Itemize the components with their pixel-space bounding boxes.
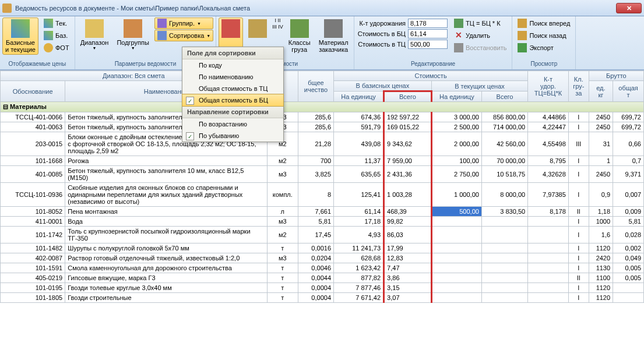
sort-by-code[interactable]: По коду xyxy=(182,59,283,71)
grid[interactable]: Диапазон: Вся смета бщее ичество Стоимос… xyxy=(0,70,644,346)
class-icon xyxy=(290,19,309,38)
subgroups-button[interactable]: Подгруппы▼ xyxy=(114,17,152,52)
sort-by-tc[interactable]: Общая стоимость в ТЦ xyxy=(182,83,283,94)
fot-button[interactable]: ФОТ xyxy=(41,42,72,54)
sb-input[interactable] xyxy=(408,29,448,38)
tax-button[interactable] xyxy=(245,17,270,48)
customer-material-button[interactable]: Материал заказчика xyxy=(316,17,351,55)
table-row[interactable]: 101-1482Шурупы с полукруглой головкой 5x… xyxy=(1,243,644,253)
check-icon: ✓ xyxy=(186,97,194,105)
subgroups-icon xyxy=(124,19,142,38)
sort-dropdown: Поле для сортировки По коду По наименова… xyxy=(182,47,284,142)
sort-asc[interactable]: По возрастанию xyxy=(182,118,283,130)
table-row[interactable]: 203-0015Блоки оконные с двойным остеклен… xyxy=(1,132,644,156)
flag-icon xyxy=(221,19,240,38)
search-icon xyxy=(518,31,527,40)
tek-button[interactable]: Тек. xyxy=(41,17,72,29)
class-button[interactable]: Классы груза xyxy=(286,17,314,55)
table-row[interactable]: 101-1742Толь с крупнозернистой посыпкой … xyxy=(1,227,644,243)
dropdown-header-field: Поле для сортировки xyxy=(182,47,283,59)
find-fwd-button[interactable]: Поиск вперед xyxy=(515,17,573,29)
delete-button[interactable]: ✕Удалить xyxy=(451,30,509,41)
delete-icon: ✕ xyxy=(454,31,463,40)
sort-by-name[interactable]: По наименованию xyxy=(182,71,283,83)
search-icon xyxy=(518,19,527,28)
restore-icon xyxy=(454,43,463,52)
table-row[interactable]: 101-0195Гвозди толевые круглые 3,0x40 мм… xyxy=(1,283,644,293)
table-row[interactable]: 411-0001Водам35,8117,1899,82I10005,81 xyxy=(1,217,644,227)
export-button[interactable]: Экспорт xyxy=(515,42,573,54)
check-icon: ✓ xyxy=(186,132,194,140)
window-title: Ведомость ресурсов в документе - Мои сме… xyxy=(15,5,250,12)
table-row[interactable]: 401-0085Бетон тяжелый, крупность заполни… xyxy=(1,166,644,183)
table-row[interactable]: 101-1668Рогожам270011,377 959,00100,0070… xyxy=(1,156,644,166)
sort-by-bc[interactable]: ✓Общая стоимость в БЦ xyxy=(182,94,284,107)
flag-button[interactable] xyxy=(219,17,243,48)
st-input[interactable] xyxy=(408,40,448,49)
sort-button[interactable]: Сортировка ▼ xyxy=(154,30,213,41)
sort-desc[interactable]: ✓По убыванию xyxy=(182,130,283,142)
group-button[interactable]: Группир. ▼ xyxy=(154,17,213,29)
k-input[interactable] xyxy=(408,19,448,28)
table-row[interactable]: 401-0063Бетон тяжелый, крупность заполни… xyxy=(1,122,644,132)
base-current-button[interactable]: Базисные и текущие xyxy=(2,17,38,55)
app-icon xyxy=(2,3,12,13)
material-icon xyxy=(324,19,343,38)
find-back-button[interactable]: Поиск назад xyxy=(515,30,573,41)
table-row[interactable]: ТССЦ-101-0936Скобяные изделия для оконны… xyxy=(1,183,644,207)
box-icon xyxy=(248,19,267,38)
restore-button[interactable]: Восстановить xyxy=(451,42,509,54)
export-icon xyxy=(518,43,527,52)
close-button[interactable]: ✕ xyxy=(616,3,642,13)
group-icon xyxy=(157,19,167,28)
coin-icon xyxy=(44,43,53,52)
table-row[interactable]: 101-8052Пена монтажнаял7,66161,14468,395… xyxy=(1,207,644,217)
table-icon xyxy=(11,19,30,38)
table-row[interactable]: ТССЦ-401-0066Бетон тяжелый, крупность за… xyxy=(1,112,644,122)
table-row[interactable]: 101-1805Гвозди строительныет0,00047 671,… xyxy=(1,293,644,303)
baz-button[interactable]: Баз. xyxy=(41,30,72,41)
group-row[interactable]: ⊟ Материалы xyxy=(1,102,644,112)
sort-icon xyxy=(157,31,167,40)
ribbon: Базисные и текущие Тек. Баз. ФОТ Отображ… xyxy=(0,16,644,70)
titlebar: Ведомость ресурсов в документе - Мои сме… xyxy=(0,0,644,16)
table-row[interactable]: 405-0219Гипсовые вяжущие, марка Г3т0,004… xyxy=(1,273,644,283)
range-button[interactable]: Диапазон▼ xyxy=(78,17,112,52)
price-icon xyxy=(454,19,463,28)
dropdown-header-dir: Направление сортировки xyxy=(182,106,283,118)
table-row[interactable]: 402-0087Раствор готовый отделочный тяжел… xyxy=(1,253,644,263)
grid-icon xyxy=(44,19,53,28)
table-row[interactable]: 101-1591Смола каменноугольная для дорожн… xyxy=(1,263,644,273)
grid-icon xyxy=(44,31,53,40)
range-icon xyxy=(85,19,104,38)
formula-button[interactable]: ТЦ = БЦ * К xyxy=(451,17,509,29)
